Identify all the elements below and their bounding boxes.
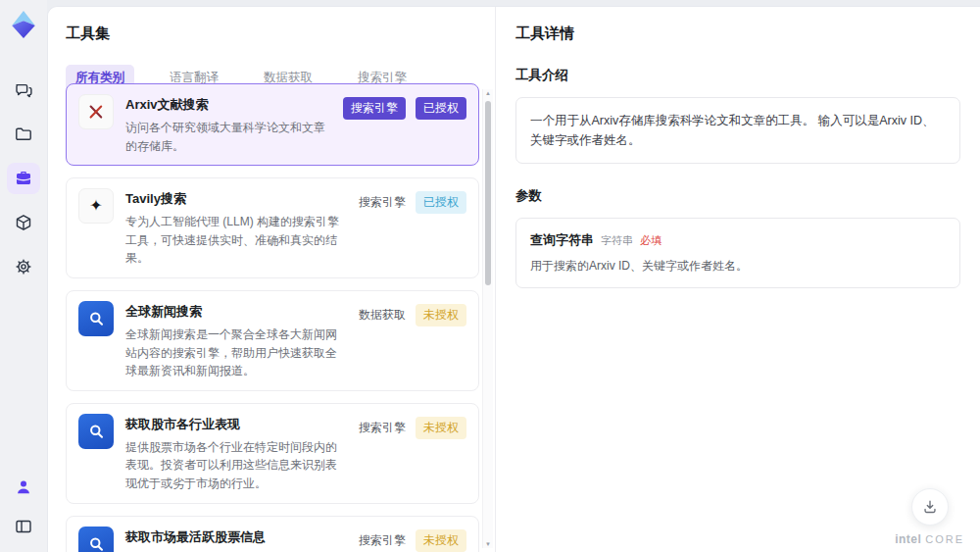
category-label: 搜索引擎 [359,532,406,549]
auth-badge: 未授权 [416,304,466,326]
main-panel: 工具集 所有类别 语言翻译 数据获取 搜索引擎 Arxiv文献搜索 访问各个研究… [47,6,980,552]
tool-list-pane: 工具集 所有类别 语言翻译 数据获取 搜索引擎 Arxiv文献搜索 访问各个研究… [48,7,495,552]
tool-desc: 专为人工智能代理 (LLM) 构建的搜索引擎工具，可快速提供实时、准确和真实的结… [125,213,347,268]
news-search-icon [78,301,114,336]
tool-name: 全球新闻搜索 [125,303,347,321]
intro-heading: 工具介绍 [515,67,960,84]
chat-icon[interactable] [7,75,40,106]
category-badge: 搜索引擎 [343,97,406,120]
arxiv-icon [78,94,114,129]
tool-name: Tavily搜索 [125,190,347,208]
tool-name: 获取市场最活跃股票信息 [125,528,347,546]
sidebar-bottom [7,472,40,542]
active-stock-icon [78,527,114,552]
tool-card-arxiv[interactable]: Arxiv文献搜索 访问各个研究领域大量科学论文和文章的存储库。 搜索引擎 已授… [66,83,479,166]
tavily-star-icon: ✦ [78,188,114,224]
tool-intro-text: 一个用于从Arxiv存储库搜索科学论文和文章的工具。 输入可以是Arxiv ID… [515,97,960,164]
category-label: 搜索引擎 [359,420,406,436]
tool-desc: 访问各个研究领域大量科学论文和文章的存储库。 [125,119,331,155]
tool-card-tavily[interactable]: ✦ Tavily搜索 专为人工智能代理 (LLM) 构建的搜索引擎工具，可快速提… [66,177,479,278]
download-button[interactable] [911,488,949,526]
corner-widgets: intel core [895,488,964,546]
toolbox-icon[interactable] [7,163,40,194]
tool-detail-pane: 工具详情 工具介绍 一个用于从Arxiv存储库搜索科学论文和文章的工具。 输入可… [496,7,980,552]
scrollbar-thumb[interactable] [485,101,491,285]
param-card: 查询字符串 字符串 必填 用于搜索的Arxiv ID、关键字或作者姓名。 [515,218,960,288]
param-desc: 用于搜索的Arxiv ID、关键字或作者姓名。 [530,258,946,275]
stock-sector-icon [78,414,114,449]
scroll-up-icon[interactable]: ▲ [483,90,493,96]
gear-icon[interactable] [7,251,40,282]
detail-title: 工具详情 [515,25,960,43]
param-type: 字符串 [601,233,633,248]
tool-name: 获取股市各行业表现 [125,416,347,433]
auth-badge: 未授权 [416,529,466,552]
tool-desc: 全球新闻搜索是一个聚合全球各大新闻网站内容的搜索引擎，帮助用户快速获取全球最新资… [125,326,347,380]
app-logo [9,10,38,39]
category-label: 搜索引擎 [359,194,406,211]
param-required-badge: 必填 [640,233,662,248]
tool-card-active-stock[interactable]: 获取市场最活跃股票信息 提供当天交易量最高的股票列表。投资者可以利用这些信息来识… [66,516,479,552]
tool-card-global-news[interactable]: 全球新闻搜索 全球新闻搜索是一个聚合全球各大新闻网站内容的搜索引擎，帮助用户快速… [66,290,479,391]
sidebar [0,0,47,552]
tool-name: Arxiv文献搜索 [125,96,331,114]
cube-icon[interactable] [7,207,40,238]
auth-badge: 已授权 [416,191,466,214]
tool-card-list: Arxiv文献搜索 访问各个研究领域大量科学论文和文章的存储库。 搜索引擎 已授… [66,83,479,552]
user-icon[interactable] [7,472,40,503]
page-title: 工具集 [66,25,495,43]
params-heading: 参数 [515,187,960,205]
tool-desc: 提供股票市场各个行业在特定时间段内的表现。投资者可以利用这些信息来识别表现优于或… [125,438,347,493]
sidebar-nav [7,75,40,282]
param-name: 查询字符串 [530,231,594,249]
tool-card-stock-sector[interactable]: 获取股市各行业表现 提供股票市场各个行业在特定时间段内的表现。投资者可以利用这些… [66,403,479,504]
category-label: 数据获取 [359,307,406,324]
folder-icon[interactable] [7,119,40,150]
scrollbar[interactable]: ▲ ▼ [482,89,493,548]
panel-toggle-icon[interactable] [7,511,40,542]
auth-badge: 已授权 [416,97,466,120]
download-icon [921,498,939,516]
auth-badge: 未授权 [416,417,466,439]
scroll-down-icon[interactable]: ▼ [483,541,493,547]
intel-core-logo: intel core [895,532,964,546]
